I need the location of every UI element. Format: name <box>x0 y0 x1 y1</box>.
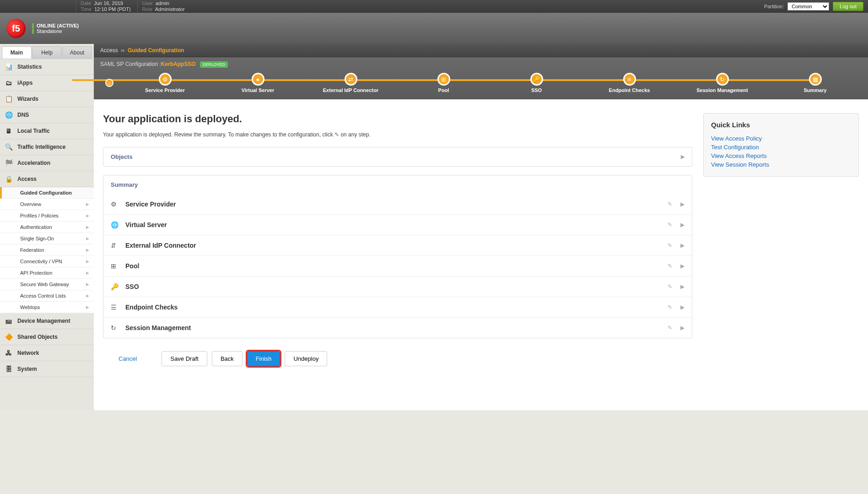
main-content: Access ›› Guided Configuration SAML SP C… <box>94 44 868 410</box>
subnav-connectivity-vpn[interactable]: Connectivity / VPN▶ <box>0 256 94 267</box>
pencil-icon: ✎ <box>334 131 339 138</box>
chevron-right-icon: ▶ <box>86 213 89 218</box>
nav-network[interactable]: 🖧Network <box>0 345 94 361</box>
edit-icon[interactable]: ✎ <box>668 263 672 269</box>
date-block: Date Jun 16, 2019 Time 12:10 PM (PDT) <box>75 0 135 12</box>
chevron-right-icon[interactable]: ▶ <box>680 283 685 290</box>
nav-access[interactable]: 🔒Access <box>0 171 94 187</box>
apps-icon: 🗂 <box>5 79 13 87</box>
summary-row-sso[interactable]: 🔑SSO✎▶ <box>103 276 692 297</box>
subnav-webtops[interactable]: Webtops▶ <box>0 302 94 313</box>
chevron-right-icon[interactable]: ▶ <box>680 263 685 269</box>
undeploy-button[interactable]: Undeploy <box>285 351 327 366</box>
subnav-secure-web-gateway[interactable]: Secure Web Gateway▶ <box>0 279 94 290</box>
row-icon: ↻ <box>111 324 119 331</box>
status-online: ONLINE (ACTIVE) <box>37 23 79 28</box>
summary-panel-header: Summary <box>103 175 692 194</box>
edit-icon[interactable]: ✎ <box>668 242 672 249</box>
shared-icon: 🔶 <box>5 333 13 341</box>
step-service-provider[interactable]: ⚙Service Provider <box>119 73 211 93</box>
summary-row-service-provider[interactable]: ⚙Service Provider✎▶ <box>103 194 692 214</box>
step-icon: ● <box>252 73 264 86</box>
quicklink-view-session-reports[interactable]: View Session Reports <box>711 160 851 169</box>
chevron-right-icon[interactable]: ▶ <box>680 201 685 207</box>
subnav-federation[interactable]: Federation▶ <box>0 244 94 256</box>
footer-actions: Cancel Save Draft Back Finish Undeploy <box>103 347 692 380</box>
chevron-right-icon: ▶ <box>86 282 89 287</box>
nav-local-traffic[interactable]: 🖥Local Traffic <box>0 123 94 139</box>
objects-panel-header[interactable]: Objects ▶ <box>103 147 692 166</box>
nav-traffic-intel[interactable]: 🔍Traffic Intelligence <box>0 139 94 155</box>
summary-row-external-idp-connector[interactable]: ⇵External IdP Connector✎▶ <box>103 235 692 255</box>
step-external-idp-connector[interactable]: ⇄External IdP Connector <box>304 73 397 93</box>
subnav-single-sign-on[interactable]: Single Sign-On▶ <box>0 233 94 244</box>
edit-icon[interactable]: ✎ <box>668 325 672 331</box>
step-virtual-server[interactable]: ●Virtual Server <box>211 73 304 93</box>
wizard-steps: ⌂⚙Service Provider●Virtual Server⇄Extern… <box>100 70 862 99</box>
nav-dns[interactable]: 🌐DNS <box>0 107 94 123</box>
nav-statistics[interactable]: 📊Statistics <box>0 59 94 75</box>
step-session-management[interactable]: ↻Session Management <box>676 73 769 93</box>
edit-icon[interactable]: ✎ <box>668 222 672 228</box>
step-sso[interactable]: 🔑SSO <box>490 73 583 93</box>
tab-main[interactable]: Main <box>2 46 32 59</box>
crumb-root[interactable]: Access <box>100 47 118 54</box>
summary-row-session-management[interactable]: ↻Session Management✎▶ <box>103 317 692 338</box>
chevron-right-icon[interactable]: ▶ <box>680 242 685 249</box>
user-label: User <box>142 0 153 6</box>
tab-about[interactable]: About <box>62 46 92 59</box>
nav-acceleration[interactable]: 🏁Acceleration <box>0 155 94 171</box>
chevron-right-icon: ▶ <box>86 202 89 206</box>
summary-row-endpoint-checks[interactable]: ☰Endpoint Checks✎▶ <box>103 297 692 317</box>
servers-icon: 🖥 <box>5 127 13 135</box>
step-endpoint-checks[interactable]: ≡Endpoint Checks <box>583 73 676 93</box>
chevron-right-icon: ▶ <box>86 248 89 252</box>
subnav-authentication[interactable]: Authentication▶ <box>0 222 94 233</box>
nav-iapps[interactable]: 🗂iApps <box>0 75 94 91</box>
quick-links-title: Quick Links <box>711 121 851 129</box>
step-pool[interactable]: ⊞Pool <box>397 73 490 93</box>
edit-icon[interactable]: ✎ <box>668 201 672 207</box>
finish-button[interactable]: Finish <box>247 351 280 366</box>
summary-row-pool[interactable]: ⊞Pool✎▶ <box>103 255 692 276</box>
nav-shared[interactable]: 🔶Shared Objects <box>0 329 94 345</box>
status-indicator-icon <box>32 23 34 28</box>
quicklink-view-access-policy[interactable]: View Access Policy <box>711 134 851 143</box>
subnav-overview[interactable]: Overview▶ <box>0 199 94 210</box>
row-icon: ⇵ <box>111 242 119 249</box>
subnav-profiles-policies[interactable]: Profiles / Policies▶ <box>0 210 94 222</box>
cancel-button[interactable]: Cancel <box>112 352 143 366</box>
quicklink-view-access-reports[interactable]: View Access Reports <box>711 152 851 160</box>
chevron-right-icon[interactable]: ▶ <box>680 304 685 310</box>
edit-icon[interactable]: ✎ <box>668 283 672 290</box>
nav-device-mgmt[interactable]: 🖴Device Management <box>0 313 94 329</box>
chevron-right-icon[interactable]: ▶ <box>680 325 685 331</box>
subnav-guided-configuration[interactable]: Guided Configuration <box>0 187 94 199</box>
save-draft-button[interactable]: Save Draft <box>162 351 207 366</box>
sidebar: Main Help About 📊Statistics 🗂iApps 📋Wiza… <box>0 44 94 410</box>
deployed-badge: DEPLOYED <box>200 61 228 68</box>
config-prefix: SAML SP Configuration : <box>100 61 161 67</box>
row-icon: 🔑 <box>111 283 119 290</box>
subnav-api-protection[interactable]: API Protection▶ <box>0 267 94 279</box>
chevron-right-icon: ▶ <box>681 154 685 160</box>
quicklink-test-configuration[interactable]: Test Configuration <box>711 143 851 152</box>
chevron-right-icon: ▶ <box>86 305 89 309</box>
subnav-access-control-lists[interactable]: Access Control Lists▶ <box>0 290 94 302</box>
edit-icon[interactable]: ✎ <box>668 304 672 310</box>
summary-row-virtual-server[interactable]: 🌐Virtual Server✎▶ <box>103 214 692 235</box>
chevron-right-icon: ▶ <box>86 236 89 241</box>
topbar: Date Jun 16, 2019 Time 12:10 PM (PDT) Us… <box>0 0 868 13</box>
step-summary[interactable]: ▦Summary <box>769 73 862 93</box>
tab-help[interactable]: Help <box>32 46 62 59</box>
chevron-right-icon[interactable]: ▶ <box>680 222 685 228</box>
nav-wizards[interactable]: 📋Wizards <box>0 91 94 107</box>
logout-button[interactable]: Log out <box>833 2 863 11</box>
row-icon: ⊞ <box>111 262 119 270</box>
back-button[interactable]: Back <box>212 351 243 366</box>
partition-select[interactable]: Common <box>787 2 829 11</box>
step-icon: ↻ <box>716 73 729 86</box>
step-icon: 🔑 <box>530 73 543 86</box>
nav-system[interactable]: 🗄System <box>0 361 94 377</box>
config-bar: SAML SP Configuration :KerbAppSSO DEPLOY… <box>94 57 868 99</box>
